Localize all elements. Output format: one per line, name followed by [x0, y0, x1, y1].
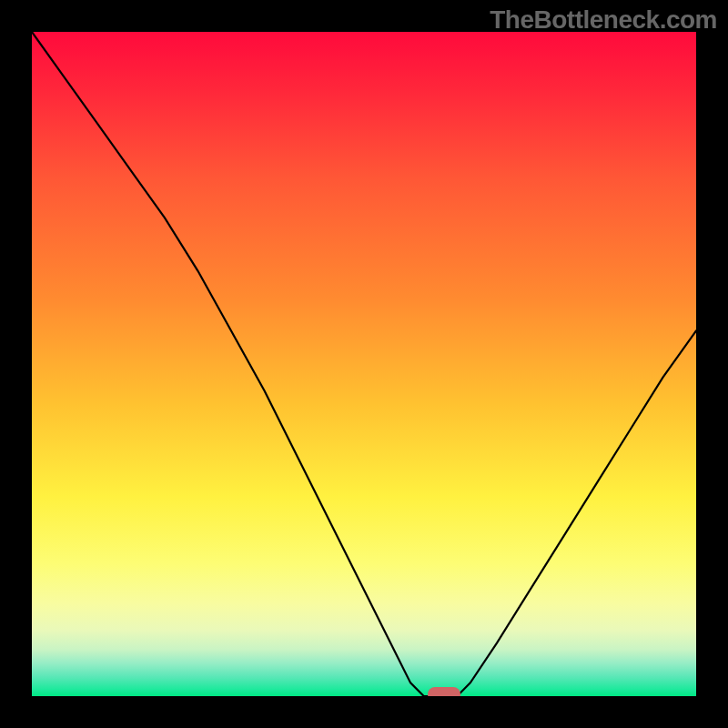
plot-area	[32, 32, 696, 696]
bottleneck-curve	[32, 32, 696, 696]
optimum-marker	[428, 687, 460, 696]
watermark-text: TheBottleneck.com	[490, 5, 717, 35]
chart-container: TheBottleneck.com	[0, 0, 728, 728]
